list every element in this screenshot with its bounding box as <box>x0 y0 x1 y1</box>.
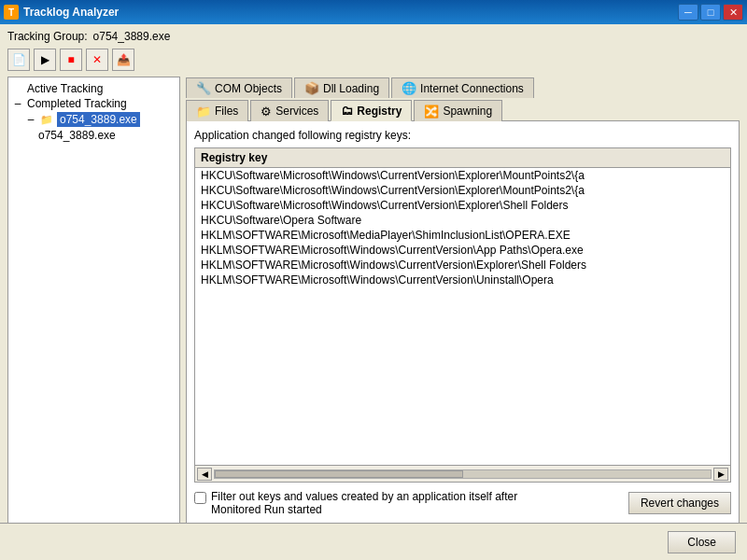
services-icon: ⚙ <box>261 105 272 119</box>
maximize-button[interactable]: □ <box>700 4 721 21</box>
minimize-button[interactable]: ─ <box>678 4 698 21</box>
completed-tracking-label: Completed Tracking <box>27 97 127 110</box>
tabs-row-1: 🔧 COM Objects 📦 Dll Loading 🌐 Internet C… <box>186 77 740 97</box>
inet-icon: 🌐 <box>402 81 416 95</box>
registry-row: HKCU\Software\Microsoft\Windows\CurrentV… <box>195 168 730 183</box>
scroll-left-button[interactable]: ◀ <box>197 468 212 481</box>
title-bar-buttons: ─ □ ✕ <box>678 4 743 21</box>
tree-indent-level2: o754_3889.exe <box>25 128 176 143</box>
expand-icon-selected[interactable]: – <box>25 113 36 126</box>
toolbar-new-button[interactable]: 📄 <box>7 49 30 71</box>
tab-com-label: COM Objects <box>215 82 282 95</box>
registry-row: HKCU\Software\Opera Software <box>195 213 730 228</box>
registry-row: HKCU\Software\Microsoft\Windows\CurrentV… <box>195 198 730 213</box>
registry-table-body[interactable]: HKCU\Software\Microsoft\Windows\CurrentV… <box>195 168 730 465</box>
expand-icon-completed[interactable]: – <box>12 97 23 110</box>
tab-services-label: Services <box>275 105 318 118</box>
bottom-options: Filter out keys and values created by an… <box>194 490 731 516</box>
registry-row: HKLM\SOFTWARE\Microsoft\Windows\CurrentV… <box>195 243 730 258</box>
tracking-group-row: Tracking Group: o754_3889.exe <box>7 30 740 43</box>
title-bar: T Tracklog Analyzer ─ □ ✕ <box>0 0 747 24</box>
dll-icon: 📦 <box>304 81 319 95</box>
body-area: Active Tracking – Completed Tracking – 📁… <box>7 77 740 525</box>
registry-tab-panel: Application changed following registry k… <box>186 120 740 525</box>
filter-label[interactable]: Filter out keys and values created by an… <box>194 490 530 516</box>
tab-com-objects[interactable]: 🔧 COM Objects <box>186 77 292 98</box>
main-content: Tracking Group: o754_3889.exe 📄 ▶ ■ ✕ 📤 … <box>0 24 747 530</box>
scroll-thumb[interactable] <box>215 470 463 478</box>
tree-completed-tracking[interactable]: – Completed Tracking <box>12 96 176 111</box>
horizontal-scrollbar[interactable]: ◀ ▶ <box>194 466 731 483</box>
tab-spawning[interactable]: 🔀 Spawning <box>414 100 502 121</box>
tracking-group-value: o754_3889.exe <box>93 30 171 43</box>
tab-inet-label: Internet Connections <box>420 82 524 95</box>
toolbar-stop-button[interactable]: ■ <box>60 49 82 71</box>
files-icon: 📁 <box>196 105 211 119</box>
app-icon: T <box>4 5 19 20</box>
tab-registry-label: Registry <box>357 105 402 118</box>
tab-row-1: 🔧 COM Objects 📦 Dll Loading 🌐 Internet C… <box>186 77 740 120</box>
tab-registry[interactable]: 🗂 Registry <box>331 100 412 121</box>
filter-label-text: Filter out keys and values created by an… <box>211 490 530 516</box>
toolbar-export-button[interactable]: 📤 <box>112 49 134 71</box>
tree-indent-level1: – 📁 o754_3889.exe o754_3889.exe <box>12 111 176 143</box>
child-item-label: o754_3889.exe <box>38 129 116 142</box>
registry-table: Registry key HKCU\Software\Microsoft\Win… <box>194 147 731 466</box>
title-bar-left: T Tracklog Analyzer <box>4 5 119 20</box>
registry-row: HKLM\SOFTWARE\Microsoft\Windows\CurrentV… <box>195 273 730 287</box>
registry-icon: 🗂 <box>341 104 353 118</box>
spawning-icon: 🔀 <box>424 105 439 119</box>
tree-selected-item[interactable]: – 📁 o754_3889.exe <box>25 111 176 128</box>
registry-row: HKLM\SOFTWARE\Microsoft\MediaPlayer\Shim… <box>195 228 730 243</box>
tab-spawning-label: Spawning <box>443 105 492 118</box>
toolbar-delete-button[interactable]: ✕ <box>86 49 108 71</box>
tree-panel: Active Tracking – Completed Tracking – 📁… <box>7 77 180 525</box>
window-title: Tracklog Analyzer <box>23 6 119 19</box>
revert-changes-button[interactable]: Revert changes <box>628 492 731 514</box>
tab-files[interactable]: 📁 Files <box>186 100 248 121</box>
registry-row: HKCU\Software\Microsoft\Windows\CurrentV… <box>195 183 730 198</box>
tabs-row-2: 📁 Files ⚙ Services 🗂 Registry 🔀 Spawning <box>186 99 740 120</box>
com-icon: 🔧 <box>196 81 211 95</box>
toolbar-track-button[interactable]: ▶ <box>34 49 56 71</box>
selected-item-label[interactable]: o754_3889.exe <box>57 112 140 127</box>
titlebar-close-button[interactable]: ✕ <box>723 4 743 21</box>
tracking-group-label: Tracking Group: <box>7 30 88 43</box>
tab-files-label: Files <box>215 105 238 118</box>
filter-checkbox[interactable] <box>194 492 206 504</box>
tree-child-item[interactable]: o754_3889.exe <box>38 128 176 143</box>
scroll-track[interactable] <box>214 469 712 479</box>
tab-internet-connections[interactable]: 🌐 Internet Connections <box>391 77 534 98</box>
panel-title: Application changed following registry k… <box>194 129 731 142</box>
registry-row: HKLM\SOFTWARE\Microsoft\Windows\CurrentV… <box>195 258 730 273</box>
tab-dll-loading[interactable]: 📦 Dll Loading <box>294 77 389 98</box>
bottom-bar: Close <box>0 523 747 560</box>
registry-column-header: Registry key <box>195 148 730 168</box>
close-button[interactable]: Close <box>668 531 736 553</box>
tab-dll-label: Dll Loading <box>323 82 379 95</box>
tab-services[interactable]: ⚙ Services <box>250 100 329 121</box>
toolbar: 📄 ▶ ■ ✕ 📤 <box>7 49 740 71</box>
active-tracking-label: Active Tracking <box>27 82 103 95</box>
scroll-right-button[interactable]: ▶ <box>713 468 728 481</box>
folder-icon: 📁 <box>40 114 53 126</box>
tree-active-tracking[interactable]: Active Tracking <box>12 81 176 96</box>
right-panel: 🔧 COM Objects 📦 Dll Loading 🌐 Internet C… <box>186 77 740 525</box>
